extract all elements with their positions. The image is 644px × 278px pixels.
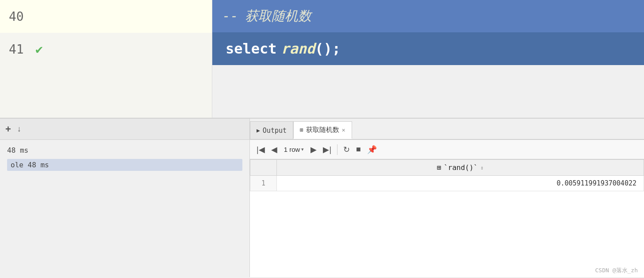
- bottom-panel: + ↓ 48 ms ole 48 ms ▶ Output ⊞ 获取随机数 ✕: [0, 119, 644, 277]
- sql-code-selected: select rand();: [221, 39, 345, 59]
- watermark: CSDN @落水_zh: [595, 266, 638, 274]
- rand-tab-label: 获取随机数: [306, 126, 339, 134]
- code-line-empty: [212, 65, 644, 118]
- toolbar-separator: [337, 144, 337, 155]
- result-table-wrapper: ⊞ `rand()` ⇕ 1 0.005911991937004022: [250, 159, 644, 277]
- col-header-rand-icon: ⊞: [437, 163, 441, 172]
- comment-text: -- 获取随机数: [221, 7, 311, 25]
- row-value-cell: 0.005911991937004022: [277, 176, 644, 191]
- left-content: 48 ms ole 48 ms: [0, 140, 249, 277]
- col-header-rand[interactable]: ⊞ `rand()` ⇕: [277, 160, 644, 176]
- sql-punc: ();: [315, 40, 341, 57]
- left-row-2-highlighted[interactable]: ole 48 ms: [7, 159, 242, 171]
- sql-keyword: select: [226, 40, 277, 57]
- sort-icon[interactable]: ⇕: [480, 165, 483, 171]
- tab-output[interactable]: ▶ Output: [250, 121, 293, 139]
- arrow-down-button[interactable]: ↓: [15, 124, 23, 135]
- table-row: 1 0.005911991937004022: [250, 176, 644, 191]
- line-numbers-column: 40 41 ✔: [0, 0, 212, 118]
- code-line-40[interactable]: -- 获取随机数: [212, 0, 644, 32]
- dropdown-arrow-icon: ▾: [301, 147, 304, 152]
- left-toolbar: + ↓: [0, 119, 249, 140]
- col-header-num: [250, 160, 277, 176]
- output-tab-label: Output: [263, 127, 287, 135]
- tabs-bar: ▶ Output ⊞ 获取随机数 ✕: [250, 119, 644, 140]
- line-row-40: 40: [0, 0, 212, 33]
- result-toolbar: |◀ ◀ 1 row ▾ ▶ ▶| ↻ ■ 📌: [250, 140, 644, 159]
- last-page-button[interactable]: ▶|: [321, 144, 334, 155]
- prev-page-button[interactable]: ◀: [269, 144, 280, 155]
- line-number-40: 40: [9, 9, 31, 24]
- row-num-cell: 1: [250, 176, 277, 191]
- rand-tab-close[interactable]: ✕: [342, 127, 345, 133]
- stop-button[interactable]: ■: [354, 144, 363, 155]
- code-line-41[interactable]: select rand();: [212, 32, 644, 65]
- rand-tab-icon: ⊞: [300, 127, 303, 133]
- split-left-panel: + ↓ 48 ms ole 48 ms: [0, 119, 250, 277]
- result-table: ⊞ `rand()` ⇕ 1 0.005911991937004022: [250, 159, 644, 191]
- check-icon: ✔: [35, 42, 43, 57]
- code-content: -- 获取随机数 select rand();: [212, 0, 644, 118]
- line-number-41: 41: [9, 42, 31, 57]
- col-header-rand-label: `rand()`: [444, 163, 478, 172]
- editor-area: 40 41 ✔ -- 获取随机数 select rand();: [0, 0, 644, 119]
- add-button[interactable]: +: [4, 123, 13, 136]
- sql-function: rand: [281, 40, 315, 57]
- left-row-1: 48 ms: [7, 144, 242, 156]
- split-right-panel: ▶ Output ⊞ 获取随机数 ✕ |◀ ◀ 1 row ▾ ▶ ▶|: [250, 119, 644, 277]
- row-count-button[interactable]: 1 row ▾: [281, 145, 307, 154]
- tab-rand-result[interactable]: ⊞ 获取随机数 ✕: [293, 121, 352, 139]
- output-tab-icon: ▶: [257, 127, 260, 134]
- row-count-label: 1 row: [284, 146, 300, 153]
- first-page-button[interactable]: |◀: [254, 144, 267, 155]
- pin-button[interactable]: 📌: [365, 144, 379, 155]
- refresh-button[interactable]: ↻: [341, 144, 352, 155]
- line-row-41: 41 ✔: [0, 33, 212, 66]
- next-page-button[interactable]: ▶: [308, 144, 319, 155]
